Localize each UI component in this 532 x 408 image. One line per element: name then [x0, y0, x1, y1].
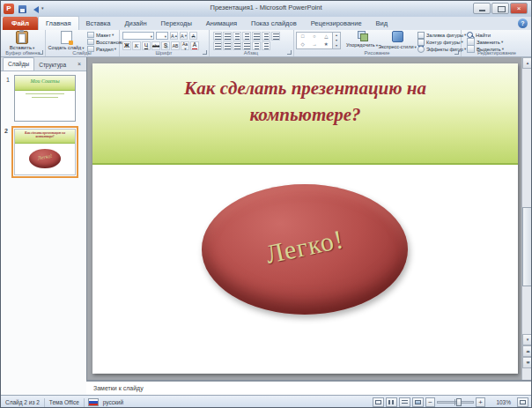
- align-center-icon: [225, 43, 231, 49]
- previous-slide-button[interactable]: ▴▴: [522, 345, 532, 357]
- close-button[interactable]: ×: [510, 3, 528, 14]
- replace-button[interactable]: Заменить▾: [467, 39, 504, 45]
- increase-indent-button[interactable]: [242, 32, 251, 41]
- panel-close-icon[interactable]: ×: [75, 60, 84, 69]
- slideshow-view-button[interactable]: [412, 397, 424, 407]
- slide-2-thumbnail[interactable]: Как сделать презентацию на компьютере? Л…: [11, 126, 78, 178]
- tab-design[interactable]: Дизайн: [117, 18, 153, 30]
- tab-file[interactable]: Файл: [3, 17, 38, 30]
- text-direction-button[interactable]: [262, 32, 270, 41]
- normal-view-button[interactable]: [373, 397, 384, 407]
- align-right-button[interactable]: [233, 41, 241, 50]
- font-name-combo[interactable]: ▾: [122, 32, 154, 40]
- dialog-launcher-icon[interactable]: [203, 50, 207, 55]
- zoom-level[interactable]: 103%: [487, 399, 515, 405]
- shapes-gallery[interactable]: □ ○ △ ◇ → ★: [296, 32, 333, 49]
- vertical-scrollbar[interactable]: ▴ ▾ ▴▴ ▾▾: [521, 57, 532, 380]
- slide-title[interactable]: Как сделать презентацию на компьютере?: [92, 63, 518, 128]
- minimize-button[interactable]: [473, 3, 491, 14]
- decrease-indent-button[interactable]: [233, 32, 241, 41]
- clear-formatting-button[interactable]: А: [189, 32, 197, 40]
- justify-button[interactable]: [242, 41, 251, 50]
- align-center-button[interactable]: [223, 41, 232, 50]
- drawing-group-label: Рисование: [293, 50, 461, 56]
- scroll-down-button[interactable]: ▾: [522, 334, 532, 345]
- ribbon-group-drawing: □ ○ △ ◇ → ★ ▴ ▾ ▾ Упорядочить▾ Экспресс-…: [293, 30, 462, 56]
- font-size-combo[interactable]: ▾: [156, 32, 168, 40]
- fit-to-window-button[interactable]: [517, 397, 528, 407]
- align-left-button[interactable]: [213, 41, 222, 50]
- align-left-icon: [215, 43, 221, 49]
- slide-2-number: 2: [4, 128, 8, 134]
- tab-outline[interactable]: Структура: [34, 59, 70, 70]
- numbering-button[interactable]: [223, 32, 232, 41]
- reading-view-button[interactable]: [399, 397, 410, 407]
- slide-ellipse-shape[interactable]: Легко!: [202, 184, 408, 315]
- tab-home[interactable]: Главная: [38, 16, 79, 30]
- star-shape-icon[interactable]: ★: [321, 41, 332, 48]
- bold-button[interactable]: Ж: [122, 41, 131, 50]
- language-indicator[interactable]: русский: [99, 399, 128, 405]
- underline-button[interactable]: Ч: [142, 41, 151, 50]
- paragraph-row-2: [213, 41, 270, 50]
- tab-animations[interactable]: Анимация: [199, 18, 244, 30]
- help-button[interactable]: ?: [518, 19, 528, 28]
- tab-slides-thumbnails[interactable]: Слайды: [3, 57, 34, 70]
- scrollbar-thumb[interactable]: [522, 207, 532, 286]
- chevron-down-icon: ▾: [151, 34, 152, 39]
- character-spacing-button[interactable]: АВ: [171, 41, 180, 50]
- slide-1-thumbnail[interactable]: Мои Советы: [14, 75, 76, 122]
- align-text-button[interactable]: [271, 32, 280, 41]
- italic-button[interactable]: К: [132, 41, 141, 50]
- bullets-button[interactable]: [213, 32, 222, 41]
- tab-review[interactable]: Рецензирование: [304, 18, 369, 30]
- find-button[interactable]: Найти: [467, 32, 504, 38]
- diamond-shape-icon[interactable]: ◇: [297, 41, 308, 48]
- zoom-slider-track[interactable]: [437, 401, 474, 404]
- font-color-button[interactable]: А: [190, 41, 199, 50]
- tab-view[interactable]: Вид: [369, 18, 395, 30]
- shape-fill-button[interactable]: Заливка фигуры▾: [417, 32, 466, 38]
- slide-title-band[interactable]: Как сделать презентацию на компьютере?: [92, 63, 518, 165]
- title-bar[interactable]: P ▾ Презентация1 - Microsoft PowerPoint …: [1, 1, 531, 18]
- zoom-in-button[interactable]: +: [476, 397, 485, 407]
- align-right-icon: [234, 43, 240, 49]
- shrink-font-button[interactable]: А▾: [180, 32, 188, 40]
- slide-sorter-view-button[interactable]: [386, 397, 397, 407]
- tab-transitions[interactable]: Переходы: [154, 18, 199, 30]
- shapes-gallery-scrollbar[interactable]: ▴ ▾ ▾: [333, 32, 341, 49]
- new-slide-icon: [61, 31, 72, 44]
- grow-font-button[interactable]: А▴: [170, 32, 178, 40]
- smartart-button[interactable]: [262, 41, 270, 50]
- ellipse-shape-icon[interactable]: ○: [308, 33, 320, 41]
- maximize-button[interactable]: [491, 3, 509, 14]
- gallery-more-icon[interactable]: ▾: [333, 43, 340, 48]
- tab-slideshow[interactable]: Показ слайдов: [244, 18, 304, 30]
- slide-canvas[interactable]: Как сделать презентацию на компьютере? Л…: [92, 63, 518, 374]
- tab-insert[interactable]: Вставка: [79, 18, 118, 30]
- dialog-launcher-icon[interactable]: [287, 50, 292, 55]
- dialog-launcher-icon[interactable]: [454, 50, 459, 55]
- theme-name[interactable]: Тема Office: [45, 399, 84, 405]
- change-case-button[interactable]: Аа▾: [181, 41, 189, 50]
- text-shadow-button[interactable]: S: [161, 41, 170, 50]
- arrange-button[interactable]: Упорядочить▾: [346, 31, 378, 48]
- zoom-out-button[interactable]: −: [425, 397, 435, 407]
- rectangle-shape-icon[interactable]: □: [297, 33, 308, 41]
- new-slide-button[interactable]: Создать слайд▾: [47, 31, 85, 51]
- line-spacing-button[interactable]: [252, 32, 261, 41]
- strikethrough-button[interactable]: abc: [151, 41, 160, 50]
- zoom-slider[interactable]: [437, 397, 474, 407]
- quick-styles-button[interactable]: Экспресс-стили▾: [379, 31, 416, 50]
- slide-1-thumb-band: Мои Советы: [15, 76, 75, 91]
- scroll-up-button[interactable]: ▴: [522, 57, 532, 69]
- shape-outline-button[interactable]: Контур фигуры▾: [417, 39, 466, 45]
- paste-button[interactable]: Вставить▾: [7, 31, 37, 51]
- arrow-shape-icon[interactable]: →: [308, 41, 320, 48]
- dialog-launcher-icon[interactable]: [39, 50, 43, 55]
- zoom-slider-thumb[interactable]: [456, 398, 462, 406]
- columns-button[interactable]: [252, 41, 261, 50]
- next-slide-button[interactable]: ▾▾: [522, 357, 532, 368]
- notes-pane[interactable]: Заметки к слайду: [86, 380, 532, 395]
- triangle-shape-icon[interactable]: △: [321, 33, 332, 41]
